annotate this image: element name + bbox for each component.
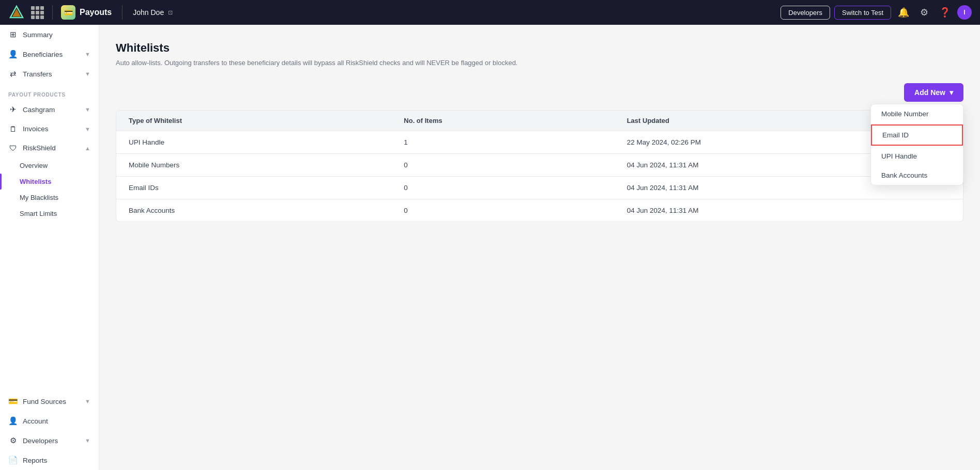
table-row[interactable]: Mobile Numbers 0 04 Jun 2024, 11:31 AM [116,154,963,177]
sidebar-sub-label-blacklists: My Blacklists [20,194,58,201]
page-title: Whitelists [116,41,963,55]
sidebar-label-riskshield: RiskShield [23,144,56,152]
dropdown-item-mobile-number[interactable]: Mobile Number [871,104,963,123]
whitelist-table: Type of Whitelist No. of Items Last Upda… [116,111,963,222]
brand-logo[interactable]: 💳 Payouts [61,5,112,20]
dropdown-item-upi-handle[interactable]: UPI Handle [871,147,963,166]
cell-type: Email IDs [116,177,391,199]
sidebar-item-fund-sources[interactable]: 💳 Fund Sources ▼ [0,391,99,411]
dropdown-item-email-id[interactable]: Email ID [871,124,963,146]
chevron-down-icon: ▼ [85,71,90,77]
sidebar-sub-label-smart-limits: Smart Limits [20,210,57,217]
sidebar-section-payout-products: PAYOUT PRODUCTS [0,84,99,100]
sidebar-label-transfers: Transfers [23,70,52,78]
summary-icon: ⊞ [8,30,18,39]
sidebar-label-beneficiaries: Beneficiaries [23,51,63,58]
cell-count: 0 [391,199,614,222]
account-icon: 👤 [8,416,18,426]
chevron-down-icon: ▼ [85,398,90,404]
sidebar-item-summary[interactable]: ⊞ Summary [0,25,99,44]
invoices-icon: 🗒 [8,124,18,133]
nav-divider-2 [122,5,122,20]
sidebar-label-invoices: Invoices [23,125,49,133]
chevron-up-icon: ▲ [85,145,90,151]
sidebar-label-developers: Developers [23,437,58,445]
sidebar-item-developers[interactable]: ⚙ Developers ▼ [0,431,99,450]
cell-updated: 04 Jun 2024, 11:31 AM [615,199,963,222]
sidebar-item-invoices[interactable]: 🗒 Invoices ▼ [0,119,99,138]
notifications-button[interactable]: 🔔 [895,4,912,21]
sidebar: ⊞ Summary 👤 Beneficiaries ▼ ⇄ Transfers … [0,25,99,470]
user-name: John Doe [133,8,164,17]
chevron-down-icon: ▼ [85,437,90,444]
chevron-down-icon: ▼ [85,51,90,57]
cashgram-icon: ✈ [8,105,18,114]
app-logo [8,4,25,21]
cell-type: Mobile Numbers [116,154,391,177]
chevron-down-icon: ▼ [85,126,90,132]
sidebar-item-reports[interactable]: 📄 Reports [0,450,99,470]
table-row[interactable]: UPI Handle 1 22 May 2024, 02:26 PM [116,131,963,154]
chevron-down-icon: ▾ [950,88,953,97]
dropdown-item-bank-accounts[interactable]: Bank Accounts [871,166,963,185]
sidebar-item-cashgram[interactable]: ✈ Cashgram ▼ [0,100,99,119]
nav-divider [52,5,53,20]
fund-sources-icon: 💳 [8,397,18,406]
cell-count: 0 [391,177,614,199]
grid-menu-icon[interactable] [31,6,44,19]
sidebar-sub-label-whitelists: Whitelists [20,178,51,185]
brand-icon: 💳 [61,5,75,20]
cell-count: 0 [391,154,614,177]
sidebar-item-transfers[interactable]: ⇄ Transfers ▼ [0,64,99,84]
developers-button[interactable]: Developers [780,6,830,20]
sidebar-label-account: Account [23,417,48,425]
add-new-label: Add New [914,88,945,97]
table-row[interactable]: Bank Accounts 0 04 Jun 2024, 11:31 AM [116,199,963,222]
whitelist-table-container: Type of Whitelist No. of Items Last Upda… [116,110,963,222]
col-header-count: No. of Items [391,111,614,131]
user-expand-icon[interactable]: ⊡ [168,9,173,16]
table-header-row: Type of Whitelist No. of Items Last Upda… [116,111,963,131]
user-avatar[interactable]: I [957,5,972,20]
page-description: Auto allow-lists. Outgoing transfers to … [116,59,963,67]
top-nav: 💳 Payouts John Doe ⊡ Developers Switch t… [0,0,980,25]
sidebar-item-beneficiaries[interactable]: 👤 Beneficiaries ▼ [0,44,99,64]
switch-to-test-button[interactable]: Switch to Test [834,6,891,20]
sidebar-sub-item-overview[interactable]: Overview [0,158,99,174]
sidebar-sub-item-whitelists[interactable]: Whitelists [0,174,99,190]
main-content: Whitelists Auto allow-lists. Outgoing tr… [99,25,980,470]
settings-button[interactable]: ⚙ [916,4,932,21]
table-row[interactable]: Email IDs 0 04 Jun 2024, 11:31 AM [116,177,963,199]
topbar-action-area: Add New ▾ Mobile Number Email ID UPI Han… [116,83,963,102]
cell-type: Bank Accounts [116,199,391,222]
sidebar-label-fund-sources: Fund Sources [23,398,66,405]
sidebar-label-cashgram: Cashgram [23,106,55,114]
topnav-actions: Developers Switch to Test 🔔 ⚙ ❓ I [780,4,972,21]
transfers-icon: ⇄ [8,69,18,79]
sidebar-label-summary: Summary [23,31,53,39]
brand-name: Payouts [80,8,112,17]
add-new-button[interactable]: Add New ▾ [904,83,963,102]
sidebar-item-account[interactable]: 👤 Account [0,411,99,431]
sidebar-label-reports: Reports [23,457,47,464]
add-new-dropdown: Mobile Number Email ID UPI Handle Bank A… [870,104,963,185]
user-info: John Doe ⊡ [133,8,173,17]
sidebar-item-riskshield[interactable]: 🛡 RiskShield ▲ [0,138,99,158]
chevron-down-icon: ▼ [85,106,90,113]
developers-icon: ⚙ [8,436,18,445]
sidebar-sub-label-overview: Overview [20,162,48,169]
help-button[interactable]: ❓ [937,4,953,21]
sidebar-sub-item-blacklists[interactable]: My Blacklists [0,190,99,206]
riskshield-icon: 🛡 [8,144,18,152]
cell-type: UPI Handle [116,131,391,154]
sidebar-sub-item-smart-limits[interactable]: Smart Limits [0,206,99,222]
col-header-type: Type of Whitelist [116,111,391,131]
beneficiaries-icon: 👤 [8,50,18,59]
reports-icon: 📄 [8,456,18,465]
cell-count: 1 [391,131,614,154]
